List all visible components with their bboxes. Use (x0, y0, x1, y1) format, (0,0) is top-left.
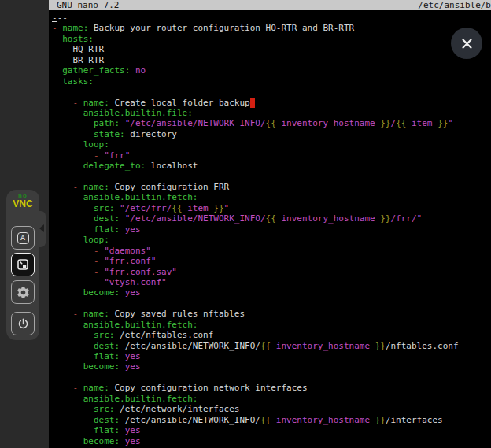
power-icon (17, 317, 30, 331)
code-line: src: /etc/nftables.conf (52, 330, 491, 340)
vnc-control-panel: no VNC A (6, 190, 39, 340)
code-line: ansible.builtin.fetch: (52, 320, 491, 330)
code-line (52, 172, 491, 182)
close-button[interactable] (451, 28, 482, 59)
code-line: - name: Copy configuration network inter… (52, 383, 491, 393)
disconnect-button[interactable] (11, 312, 35, 335)
code-line: gather_facts: no (52, 65, 491, 76)
code-line: - name: Backup your router configuration… (52, 23, 491, 33)
code-line: become: yes (52, 436, 491, 446)
code-line: - "frr.conf.sav" (52, 267, 491, 277)
close-icon (461, 38, 473, 50)
code-line (52, 298, 491, 309)
novnc-logo-text-vnc: VNC (6, 199, 39, 209)
settings-button[interactable] (11, 280, 35, 304)
nano-titlebar: GNU nano 7.2 /etc/ansible/b (49, 0, 491, 10)
code-line: src: "/etc/frr/{{ item }}" (52, 203, 491, 213)
collapse-arrow-icon (39, 224, 44, 232)
code-line: - BR-RTR (52, 55, 491, 65)
code-line: state: directory (52, 129, 491, 139)
fullscreen-icon (17, 258, 29, 271)
code-line: - "daemons" (52, 246, 491, 256)
code-line: --- (52, 13, 491, 23)
keyboard-key-icon: A (17, 232, 29, 244)
code-line: flat: yes (52, 351, 491, 361)
nano-file-path: /etc/ansible/b (418, 0, 491, 10)
code-line (52, 87, 491, 97)
code-line: - name: Copy configuration FRR (52, 182, 491, 192)
code-line: - HQ-RTR (52, 44, 491, 54)
code-line: - "frr.conf" (52, 256, 491, 266)
code-line: src: /etc/network/interfaces (52, 404, 491, 414)
extra-keys-button[interactable]: A (11, 226, 35, 250)
code-line: path: "/etc/ansible/NETWORK_INFO/{{ inve… (52, 118, 491, 128)
code-line (52, 372, 491, 383)
vnc-panel-handle[interactable] (36, 211, 46, 247)
code-line: dest: "/etc/ansible/NETWORK_INFO/{{ inve… (52, 213, 491, 224)
code-line: dest: /etc/ansible/NETWORK_INFO/{{ inven… (52, 415, 491, 425)
gear-icon (16, 285, 31, 300)
code-line: ansible.builtin.fetch: (52, 192, 491, 202)
code-line: flat: yes (52, 224, 491, 235)
code-line: - name: Copy saved rules nftables (52, 309, 491, 319)
code-line: - name: Create local folder backup (52, 98, 491, 108)
code-line: - "frr" (52, 150, 491, 161)
code-line: - "vtysh.conf" (52, 277, 491, 287)
code-line: ansible.builtin.fetch: (52, 394, 491, 404)
code-line: delegate_to: localhost (52, 161, 491, 171)
editor-content[interactable]: ---- name: Backup your router configurat… (52, 13, 491, 448)
code-line: loop: (52, 139, 491, 150)
code-line: flat: yes (52, 425, 491, 435)
code-line: become: yes (52, 287, 491, 298)
code-line: dest: /etc/ansible/NETWORK_INFO/{{ inven… (52, 341, 491, 351)
code-line: loop: (52, 235, 491, 245)
novnc-logo: no VNC (6, 193, 39, 209)
code-line: tasks: (52, 76, 491, 87)
fullscreen-button[interactable] (11, 253, 35, 276)
terminal-window: GNU nano 7.2 /etc/ansible/b ---- name: B… (49, 0, 491, 448)
code-line: hosts: (52, 34, 491, 44)
nano-version-title: GNU nano 7.2 (57, 0, 119, 10)
vnc-sidebar: no VNC A (0, 0, 49, 448)
code-line: become: yes (52, 361, 491, 372)
code-line: ansible.builtin.file: (52, 108, 491, 118)
